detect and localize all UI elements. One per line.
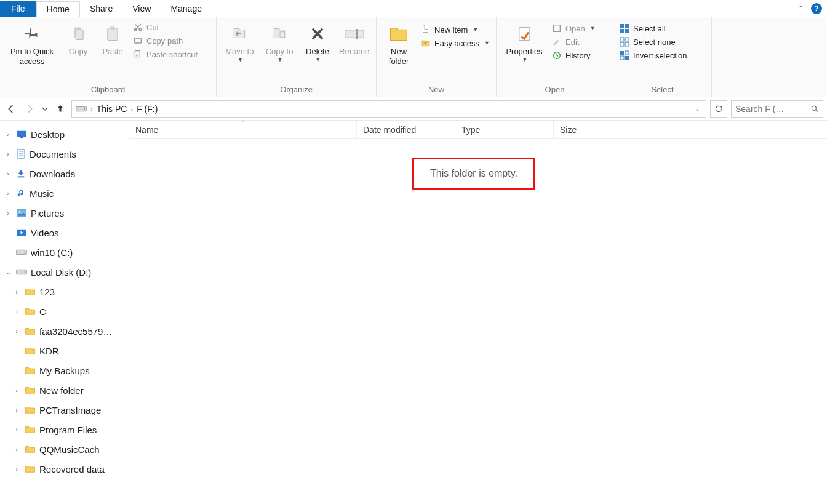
tree-item[interactable]: ›Documents xyxy=(0,144,129,164)
edit-button[interactable]: Edit xyxy=(552,37,596,47)
tree-item[interactable]: Videos xyxy=(0,223,129,242)
tree-expand-icon[interactable]: › xyxy=(12,465,21,473)
svg-rect-7 xyxy=(135,51,140,57)
tree-item-label: Music xyxy=(30,188,54,199)
tree-expand-icon[interactable]: › xyxy=(12,327,21,335)
tree-item[interactable]: win10 (C:) xyxy=(0,242,129,262)
tree-item[interactable]: My Backups xyxy=(0,361,129,380)
tree-item[interactable]: ›PCTransImage xyxy=(0,400,129,420)
tree-expand-icon[interactable]: › xyxy=(12,288,21,295)
paste-shortcut-icon xyxy=(133,49,143,59)
file-list-empty: This folder is empty. xyxy=(129,139,827,504)
breadcrumb-root[interactable]: This PC xyxy=(97,104,127,114)
breadcrumb-current[interactable]: F (F:) xyxy=(137,104,158,114)
properties-button[interactable]: Properties ▼ xyxy=(500,21,548,64)
tree-expand-icon[interactable]: › xyxy=(12,426,21,433)
tree-expand-icon[interactable]: › xyxy=(4,170,12,177)
tree-item[interactable]: ›New folder xyxy=(0,380,129,400)
tab-view[interactable]: View xyxy=(122,1,161,16)
tree-item-label: Desktop xyxy=(31,129,65,140)
tree-item[interactable]: ›Downloads xyxy=(0,164,129,183)
tree-item[interactable]: ⌄Local Disk (D:) xyxy=(0,262,129,282)
svg-rect-20 xyxy=(620,38,624,41)
tree-item[interactable]: KDR xyxy=(0,341,129,361)
folder-icon xyxy=(25,346,36,355)
tree-expand-icon[interactable]: › xyxy=(12,406,21,414)
back-button[interactable] xyxy=(4,102,18,116)
tree-expand-icon[interactable]: › xyxy=(4,190,12,197)
recent-locations-button[interactable] xyxy=(41,102,49,116)
tree-expand-icon[interactable]: ⌄ xyxy=(4,268,12,276)
tree-item-label: PCTransImage xyxy=(39,405,101,415)
history-icon xyxy=(552,50,562,60)
sort-ascending-icon: ⌃ xyxy=(241,119,246,126)
copy-button[interactable]: Copy xyxy=(62,21,95,58)
tree-expand-icon[interactable]: › xyxy=(12,308,21,315)
open-button[interactable]: Open ▼ xyxy=(552,23,596,33)
tree-expand-icon[interactable]: › xyxy=(12,446,21,453)
tree-item[interactable]: ›C xyxy=(0,302,129,321)
tree-item[interactable]: ›faa3204ec5579… xyxy=(0,321,129,341)
column-size[interactable]: Size xyxy=(554,121,621,138)
select-all-button[interactable]: Select all xyxy=(620,23,687,33)
paste-label: Paste xyxy=(102,47,122,57)
paste-button[interactable]: Paste xyxy=(96,21,129,58)
cut-button[interactable]: Cut xyxy=(133,22,198,32)
new-folder-label: New folder xyxy=(382,47,416,66)
chevron-right-icon: › xyxy=(90,105,93,113)
tree-item[interactable]: ›Desktop xyxy=(0,124,129,144)
tree-item[interactable]: ›Recovered data xyxy=(0,459,129,479)
tree-item[interactable]: ›Pictures xyxy=(0,203,129,223)
rename-button[interactable]: Rename xyxy=(336,21,372,58)
column-date-modified[interactable]: Date modified xyxy=(357,121,455,138)
svg-rect-31 xyxy=(17,131,26,137)
paste-shortcut-button[interactable]: Paste shortcut xyxy=(133,49,198,59)
tree-expand-icon[interactable]: › xyxy=(4,130,12,138)
up-button[interactable] xyxy=(53,102,68,116)
copy-path-button[interactable]: Copy path xyxy=(133,36,198,46)
new-folder-button[interactable]: New folder xyxy=(380,21,417,67)
easy-access-button[interactable]: Easy access ▼ xyxy=(421,38,490,48)
column-name[interactable]: Name ⌃ xyxy=(129,121,357,138)
tree-item[interactable]: ›Program Files xyxy=(0,420,129,439)
tab-file[interactable]: File xyxy=(0,1,36,17)
help-icon[interactable]: ? xyxy=(811,3,822,14)
tree-expand-icon[interactable]: › xyxy=(4,150,12,158)
new-item-button[interactable]: New item ▼ xyxy=(421,25,490,34)
select-none-button[interactable]: Select none xyxy=(620,37,687,47)
tab-share[interactable]: Share xyxy=(80,1,122,16)
move-to-button[interactable]: Move to ▼ xyxy=(220,21,259,64)
refresh-button[interactable] xyxy=(710,100,727,118)
tab-manage[interactable]: Manage xyxy=(161,1,212,16)
history-button[interactable]: History xyxy=(552,50,596,60)
chevron-down-icon: ▼ xyxy=(522,57,528,63)
chevron-down-icon: ▼ xyxy=(238,57,243,63)
address-bar[interactable]: › This PC › F (F:) ⌄ xyxy=(71,100,706,118)
tree-item-label: faa3204ec5579… xyxy=(39,326,112,337)
navigation-tree[interactable]: ›Desktop›Documents›Downloads›Music›Pictu… xyxy=(0,121,129,504)
cut-icon xyxy=(133,22,143,32)
forward-button[interactable] xyxy=(22,102,37,116)
tree-item[interactable]: ›QQMusicCach xyxy=(0,439,129,459)
search-box[interactable]: Search F (… xyxy=(731,100,823,118)
invert-selection-button[interactable]: Invert selection xyxy=(620,50,687,60)
tab-home[interactable]: Home xyxy=(36,1,80,17)
svg-rect-32 xyxy=(20,137,23,138)
drive-icon xyxy=(76,105,87,113)
svg-rect-17 xyxy=(625,24,629,28)
ribbon-tabstrip: File Home Share View Manage ⌃ ? xyxy=(0,0,827,17)
delete-button[interactable]: Delete ▼ xyxy=(300,21,335,64)
easy-access-label: Easy access xyxy=(434,39,479,48)
pin-to-quick-access-button[interactable]: Pin to Quick access xyxy=(4,21,60,67)
tree-expand-icon[interactable]: › xyxy=(12,386,21,394)
tree-item[interactable]: ›123 xyxy=(0,282,129,302)
column-type[interactable]: Type xyxy=(455,121,554,138)
tree-item[interactable]: ›Music xyxy=(0,183,129,203)
copy-to-button[interactable]: Copy to ▼ xyxy=(260,21,299,64)
address-dropdown-icon[interactable]: ⌄ xyxy=(692,105,702,112)
rename-label: Rename xyxy=(339,47,369,57)
collapse-ribbon-icon[interactable]: ⌃ xyxy=(797,4,805,14)
new-folder-icon xyxy=(389,22,409,46)
tree-expand-icon[interactable]: › xyxy=(4,209,12,217)
ribbon: Pin to Quick access Copy Paste xyxy=(0,17,827,97)
